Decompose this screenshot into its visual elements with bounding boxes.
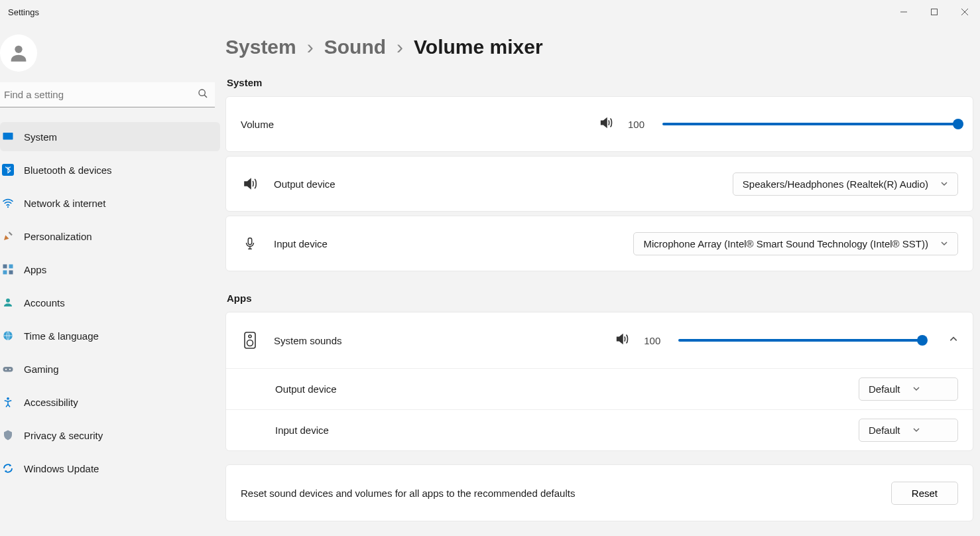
volume-slider[interactable] xyxy=(662,117,958,131)
nav-label: Personalization xyxy=(24,231,92,242)
svg-point-5 xyxy=(7,206,9,208)
chevron-right-icon: › xyxy=(307,36,314,58)
apps-icon xyxy=(1,263,15,276)
dropdown-value: Speakers/Headphones (Realtek(R) Audio) xyxy=(743,178,928,190)
svg-rect-16 xyxy=(248,238,252,245)
system-sounds-card: System sounds 100 Output device Default xyxy=(225,312,973,451)
nav-label: System xyxy=(24,131,57,143)
svg-point-13 xyxy=(5,369,7,370)
search-input[interactable] xyxy=(0,82,215,107)
breadcrumb-current: Volume mixer xyxy=(414,36,543,58)
system-sounds-icon xyxy=(241,331,259,350)
svg-point-10 xyxy=(6,299,10,302)
chevron-down-icon xyxy=(940,238,948,249)
bluetooth-icon xyxy=(1,163,15,176)
breadcrumb: System › Sound › Volume mixer xyxy=(225,36,973,58)
sidebar-item-personalization[interactable]: Personalization xyxy=(0,222,220,251)
chevron-right-icon: › xyxy=(397,36,403,58)
titlebar: Settings xyxy=(0,0,980,24)
app-output-label: Output device xyxy=(275,383,337,395)
gaming-icon xyxy=(1,362,15,375)
sidebar-item-system[interactable]: System xyxy=(0,122,220,151)
reset-card: Reset sound devices and volumes for all … xyxy=(225,464,973,521)
svg-point-14 xyxy=(9,369,11,370)
app-input-label: Input device xyxy=(275,425,329,436)
sidebar-item-bluetooth[interactable]: Bluetooth & devices xyxy=(0,155,220,184)
nav-label: Accounts xyxy=(24,297,65,308)
reset-button[interactable]: Reset xyxy=(891,482,958,505)
dropdown-value: Default xyxy=(869,425,900,436)
window-controls xyxy=(888,0,980,24)
window-title: Settings xyxy=(8,7,39,17)
volume-label: Volume xyxy=(241,119,274,130)
maximize-button[interactable] xyxy=(919,0,949,24)
nav-label: Gaming xyxy=(24,364,59,375)
breadcrumb-system[interactable]: System xyxy=(225,36,296,58)
search-icon xyxy=(198,88,208,101)
dropdown-value: Default xyxy=(869,383,900,395)
avatar[interactable] xyxy=(0,34,37,72)
close-button[interactable] xyxy=(949,0,980,24)
personalization-icon xyxy=(1,230,15,243)
accounts-icon xyxy=(1,296,15,309)
nav-label: Windows Update xyxy=(24,463,99,474)
input-device-label: Input device xyxy=(274,238,328,249)
svg-point-1 xyxy=(15,46,22,53)
sidebar-item-windows-update[interactable]: Windows Update xyxy=(0,454,220,483)
input-device-dropdown[interactable]: Microphone Array (Intel® Smart Sound Tec… xyxy=(633,232,958,255)
sidebar-item-apps[interactable]: Apps xyxy=(0,255,220,284)
sidebar-item-gaming[interactable]: Gaming xyxy=(0,354,220,383)
app-output-dropdown[interactable]: Default xyxy=(859,377,958,401)
network-icon xyxy=(1,196,15,210)
volume-card: Volume 100 xyxy=(225,96,973,152)
system-sounds-slider[interactable] xyxy=(678,334,922,347)
sidebar: System Bluetooth & devices Network & int… xyxy=(0,24,225,536)
section-title-apps: Apps xyxy=(227,293,973,304)
reset-label: Reset sound devices and volumes for all … xyxy=(241,488,575,499)
chevron-down-icon xyxy=(912,425,920,436)
svg-point-15 xyxy=(7,397,9,400)
svg-rect-3 xyxy=(3,133,13,140)
nav-label: Network & internet xyxy=(24,198,105,209)
breadcrumb-sound[interactable]: Sound xyxy=(324,36,386,58)
collapse-button[interactable] xyxy=(949,334,958,346)
app-input-dropdown[interactable]: Default xyxy=(859,419,958,442)
svg-rect-0 xyxy=(932,9,938,15)
time-language-icon xyxy=(1,329,15,342)
input-device-card: Input device Microphone Array (Intel® Sm… xyxy=(225,216,973,271)
windows-update-icon xyxy=(1,462,15,475)
sidebar-item-time-language[interactable]: Time & language xyxy=(0,321,220,350)
nav-label: Accessibility xyxy=(24,397,78,408)
svg-point-18 xyxy=(249,335,251,338)
chevron-down-icon xyxy=(912,383,920,395)
accessibility-icon xyxy=(1,395,15,409)
sidebar-item-accessibility[interactable]: Accessibility xyxy=(0,387,220,417)
sidebar-item-network[interactable]: Network & internet xyxy=(0,188,220,218)
speaker-icon xyxy=(241,176,259,192)
output-device-card: Output device Speakers/Headphones (Realt… xyxy=(225,156,973,212)
sidebar-item-accounts[interactable]: Accounts xyxy=(0,288,220,317)
svg-rect-6 xyxy=(3,265,7,269)
output-device-dropdown[interactable]: Speakers/Headphones (Realtek(R) Audio) xyxy=(733,172,958,196)
svg-point-2 xyxy=(199,90,205,96)
sidebar-item-privacy[interactable]: Privacy & security xyxy=(0,421,220,450)
search-box[interactable] xyxy=(0,82,215,107)
svg-rect-9 xyxy=(9,271,13,275)
volume-icon[interactable] xyxy=(615,332,629,349)
main-content: System › Sound › Volume mixer System Vol… xyxy=(225,24,980,536)
nav-list: System Bluetooth & devices Network & int… xyxy=(0,122,220,487)
svg-point-19 xyxy=(247,340,253,346)
minimize-button[interactable] xyxy=(888,0,919,24)
nav-label: Apps xyxy=(24,264,46,275)
nav-label: Bluetooth & devices xyxy=(24,165,112,176)
svg-rect-12 xyxy=(3,367,13,372)
system-icon xyxy=(1,130,15,143)
output-device-label: Output device xyxy=(274,178,336,190)
system-sounds-volume-value: 100 xyxy=(644,335,664,346)
microphone-icon xyxy=(241,236,259,251)
volume-icon[interactable] xyxy=(599,115,613,133)
svg-rect-8 xyxy=(3,271,7,275)
nav-label: Privacy & security xyxy=(24,430,103,441)
system-sounds-label: System sounds xyxy=(274,335,342,346)
privacy-icon xyxy=(1,429,15,442)
